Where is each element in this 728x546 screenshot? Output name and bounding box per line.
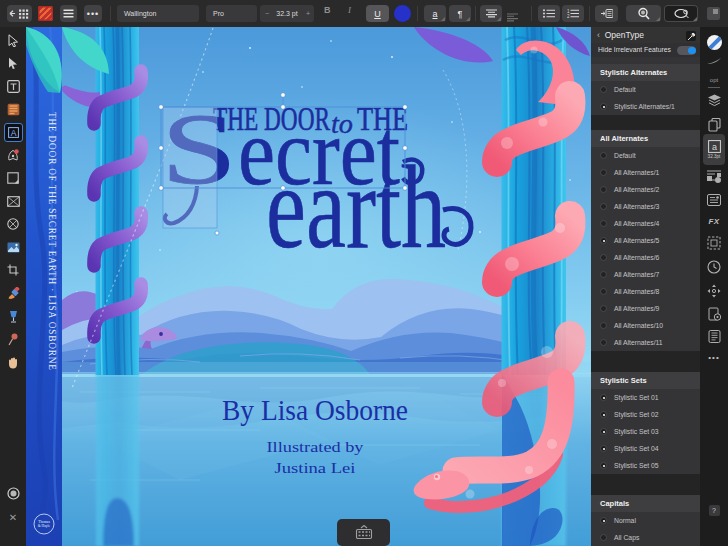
svg-text:Justina Lei: Justina Lei bbox=[275, 459, 357, 476]
svg-text:Thomas: Thomas bbox=[38, 520, 50, 524]
svg-text:& Hayle: & Hayle bbox=[38, 524, 51, 528]
svg-text:1: 1 bbox=[567, 9, 570, 14]
svg-text:2: 2 bbox=[567, 14, 570, 18]
svg-text:Illustrated by: Illustrated by bbox=[267, 438, 364, 455]
svg-text:a: a bbox=[711, 142, 716, 152]
svg-text:A: A bbox=[10, 127, 16, 137]
svg-text:By Lisa Osborne: By Lisa Osborne bbox=[222, 393, 408, 426]
svg-text:THE DOOR OF THE SECRET EARTH ·: THE DOOR OF THE SECRET EARTH · LISA OSBO… bbox=[47, 112, 57, 371]
